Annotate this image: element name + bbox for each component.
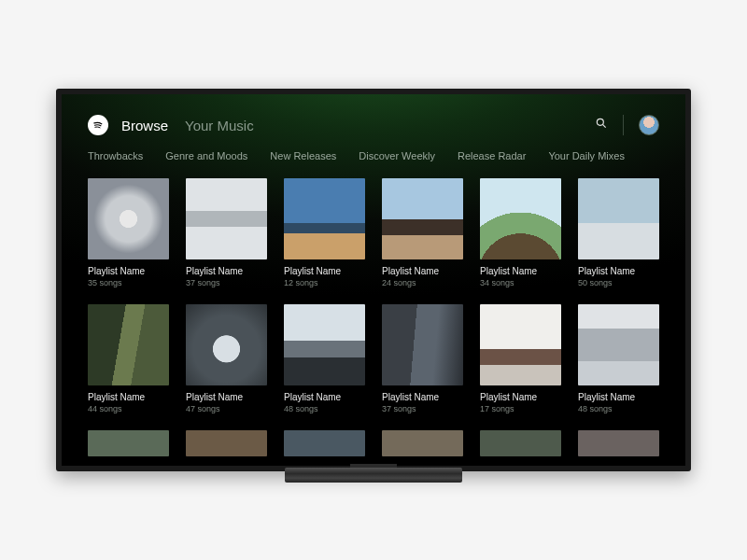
playlist-song-count: 37 songs <box>186 278 267 287</box>
tab-new-releases[interactable]: New Releases <box>270 150 336 161</box>
playlist-song-count: 34 songs <box>480 278 561 287</box>
playlist-card[interactable] <box>88 430 169 456</box>
playlist-card[interactable]: Playlist Name 48 songs <box>578 304 659 413</box>
tv-stand <box>285 468 462 483</box>
playlist-title: Playlist Name <box>284 266 365 276</box>
playlist-thumbnail <box>284 178 365 259</box>
playlist-title: Playlist Name <box>186 392 267 402</box>
playlist-thumbnail <box>186 178 267 259</box>
playlist-thumbnail <box>382 178 463 259</box>
playlist-card[interactable]: Playlist Name 17 songs <box>480 304 561 413</box>
playlist-grid: Playlist Name 35 songs Playlist Name 37 … <box>62 175 685 456</box>
playlist-thumbnail <box>480 304 561 385</box>
tab-discover-weekly[interactable]: Discover Weekly <box>359 150 435 161</box>
spotify-logo-icon[interactable] <box>88 115 108 135</box>
playlist-title: Playlist Name <box>578 266 659 276</box>
playlist-card[interactable]: Playlist Name 24 songs <box>382 178 463 287</box>
playlist-song-count: 35 songs <box>88 278 169 287</box>
playlist-card[interactable]: Playlist Name 34 songs <box>480 178 561 287</box>
playlist-card[interactable] <box>578 430 659 456</box>
playlist-card[interactable]: Playlist Name 44 songs <box>88 304 169 413</box>
divider <box>623 115 624 135</box>
playlist-title: Playlist Name <box>186 266 267 276</box>
category-tabs: Throwbacks Genre and Moods New Releases … <box>62 145 685 175</box>
playlist-thumbnail <box>480 430 561 456</box>
playlist-thumbnail <box>88 304 169 385</box>
tab-release-radar[interactable]: Release Radar <box>458 150 526 161</box>
playlist-song-count: 47 songs <box>186 404 267 413</box>
tab-throwbacks[interactable]: Throwbacks <box>88 150 143 161</box>
svg-line-2 <box>602 124 605 127</box>
playlist-title: Playlist Name <box>88 392 169 402</box>
playlist-title: Playlist Name <box>578 392 659 402</box>
svg-point-1 <box>597 119 603 125</box>
playlist-card[interactable] <box>284 430 365 456</box>
playlist-thumbnail <box>480 178 561 259</box>
playlist-thumbnail <box>88 178 169 259</box>
nav-your-music[interactable]: Your Music <box>185 118 254 133</box>
playlist-title: Playlist Name <box>382 392 463 402</box>
topbar: Browse Your Music <box>62 94 685 145</box>
playlist-card[interactable] <box>480 430 561 456</box>
topbar-right <box>595 115 659 135</box>
playlist-card[interactable]: Playlist Name 50 songs <box>578 178 659 287</box>
playlist-card[interactable]: Playlist Name 47 songs <box>186 304 267 413</box>
playlist-title: Playlist Name <box>284 392 365 402</box>
playlist-thumbnail <box>578 304 659 385</box>
playlist-thumbnail <box>186 304 267 385</box>
nav-browse[interactable]: Browse <box>121 118 168 133</box>
spotify-glyph-icon <box>92 119 105 132</box>
playlist-thumbnail <box>88 430 169 456</box>
playlist-song-count: 12 songs <box>284 278 365 287</box>
playlist-song-count: 24 songs <box>382 278 463 287</box>
playlist-thumbnail <box>578 178 659 259</box>
playlist-card[interactable]: Playlist Name 12 songs <box>284 178 365 287</box>
playlist-thumbnail <box>284 430 365 456</box>
playlist-song-count: 48 songs <box>284 404 365 413</box>
playlist-song-count: 17 songs <box>480 404 561 413</box>
playlist-card[interactable]: Playlist Name 37 songs <box>382 304 463 413</box>
playlist-song-count: 37 songs <box>382 404 463 413</box>
playlist-title: Playlist Name <box>480 392 561 402</box>
search-icon[interactable] <box>595 117 608 133</box>
playlist-card[interactable]: Playlist Name 48 songs <box>284 304 365 413</box>
playlist-thumbnail <box>382 304 463 385</box>
playlist-song-count: 50 songs <box>578 278 659 287</box>
playlist-thumbnail <box>578 430 659 456</box>
tab-your-daily-mixes[interactable]: Your Daily Mixes <box>548 150 625 161</box>
playlist-title: Playlist Name <box>382 266 463 276</box>
app-screen: Browse Your Music Throwbacks Genre and M… <box>62 94 685 466</box>
playlist-song-count: 44 songs <box>88 404 169 413</box>
playlist-thumbnail <box>284 304 365 385</box>
primary-nav: Browse Your Music <box>121 118 254 133</box>
playlist-card[interactable]: Playlist Name 35 songs <box>88 178 169 287</box>
playlist-song-count: 48 songs <box>578 404 659 413</box>
playlist-thumbnail <box>186 430 267 456</box>
tv-frame: Browse Your Music Throwbacks Genre and M… <box>56 89 691 471</box>
user-avatar[interactable] <box>639 115 659 135</box>
playlist-thumbnail <box>382 430 463 456</box>
tab-genre-and-moods[interactable]: Genre and Moods <box>165 150 247 161</box>
playlist-card[interactable] <box>186 430 267 456</box>
playlist-card[interactable] <box>382 430 463 456</box>
playlist-title: Playlist Name <box>480 266 561 276</box>
playlist-card[interactable]: Playlist Name 37 songs <box>186 178 267 287</box>
playlist-title: Playlist Name <box>88 266 169 276</box>
